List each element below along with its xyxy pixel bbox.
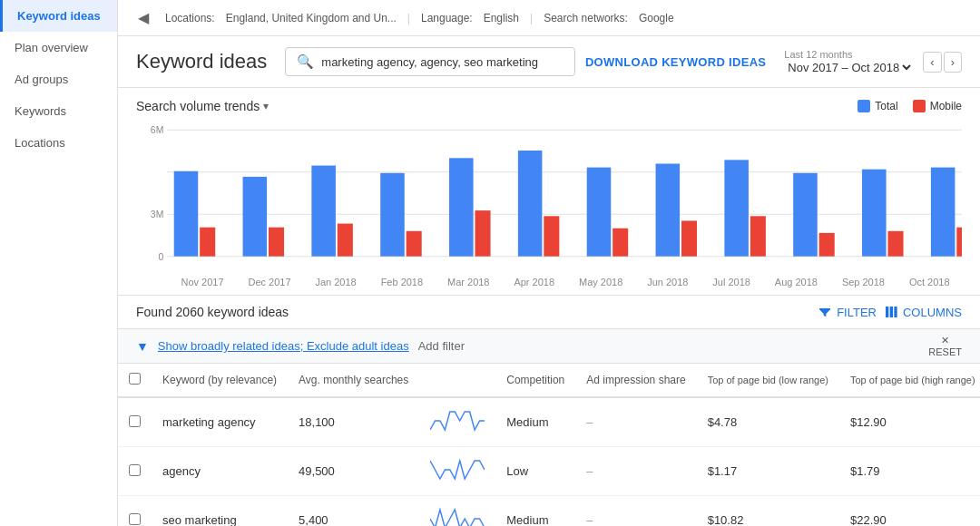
svg-rect-10	[269, 228, 284, 257]
x-axis-label: Sep 2018	[842, 277, 885, 287]
add-filter-link[interactable]: Add filter	[418, 339, 465, 353]
row-checkbox-cell[interactable]	[118, 496, 152, 527]
col-ad-impression: Ad impression share	[575, 364, 696, 397]
svg-rect-16	[475, 210, 490, 257]
filter-bar: ▼ Show broadly related ideas; Exclude ad…	[118, 329, 980, 364]
language-label: Language:	[421, 12, 473, 24]
col-keyword: Keyword (by relevance)	[152, 364, 288, 397]
svg-text:6M: 6M	[151, 124, 163, 135]
x-axis-labels: Nov 2017Dec 2017Jan 2018Feb 2018Mar 2018…	[136, 277, 962, 287]
x-axis-label: Oct 2018	[909, 277, 950, 287]
bid-high-cell: $12.90	[839, 397, 980, 447]
row-checkbox-cell[interactable]	[118, 447, 152, 496]
col-trend	[419, 364, 495, 397]
table-row: marketing agency 18,100 Medium – $4.78 $…	[118, 397, 980, 447]
bid-high-cell: $22.90	[839, 496, 980, 527]
legend-total-label: Total	[875, 100, 897, 112]
chart-title-toggle[interactable]: Search volume trends ▾	[136, 99, 269, 113]
search-box[interactable]: 🔍	[285, 47, 575, 76]
columns-icon	[884, 305, 898, 319]
results-bar: Found 2060 keyword ideas FILTER COLUMNS	[118, 296, 980, 329]
competition-cell: Medium	[495, 496, 575, 527]
locations-label: Locations:	[165, 12, 215, 24]
legend-mobile-label: Mobile	[930, 100, 962, 112]
bid-low-cell: $4.78	[697, 397, 839, 447]
chart-header: Search volume trends ▾ Total Mobile	[136, 99, 962, 113]
close-icon: ✕	[941, 335, 949, 346]
sidebar-item-ad-groups[interactable]: Ad groups	[0, 63, 117, 95]
bid-low-cell: $10.82	[697, 496, 839, 527]
svg-rect-13	[380, 173, 405, 257]
col-competition: Competition	[495, 364, 575, 397]
row-checkbox[interactable]	[129, 464, 141, 476]
avg-searches-cell: 49,500	[288, 447, 419, 496]
select-all-checkbox[interactable]	[118, 364, 152, 397]
date-nav: ‹ ›	[923, 52, 962, 73]
keyword-table-container: Keyword (by relevance) Avg. monthly sear…	[118, 364, 980, 526]
date-next-button[interactable]: ›	[944, 52, 962, 73]
legend-mobile-dot	[913, 100, 926, 112]
bar-chart: 6M 3M 0	[136, 121, 962, 266]
chart-container: 6M 3M 0	[136, 121, 962, 275]
collapse-sidebar-button[interactable]: ◀	[132, 7, 154, 28]
svg-rect-23	[724, 160, 749, 256]
filter-link[interactable]: Show broadly related ideas; Exclude adul…	[158, 339, 409, 353]
svg-rect-24	[750, 216, 766, 256]
svg-text:0: 0	[159, 250, 164, 261]
date-prev-button[interactable]: ‹	[923, 52, 941, 73]
x-axis-label: Mar 2018	[447, 277, 489, 287]
results-count: Found 2060 keyword ideas	[136, 305, 289, 319]
columns-button[interactable]: COLUMNS	[884, 305, 962, 319]
search-icon: 🔍	[297, 54, 314, 70]
x-axis-label: Jan 2018	[315, 277, 356, 287]
date-range-select[interactable]: Nov 2017 – Oct 2018	[784, 60, 914, 75]
svg-rect-29	[931, 168, 956, 257]
svg-rect-33	[894, 307, 897, 317]
chevron-down-icon: ▾	[263, 100, 269, 112]
ad-impression-cell: –	[575, 397, 696, 447]
trend-sparkline-cell	[419, 397, 495, 447]
date-range-value: Nov 2017 – Oct 2018	[784, 60, 914, 75]
page-title: Keyword ideas	[136, 50, 267, 73]
bid-high-cell: $1.79	[839, 447, 980, 496]
competition-cell: Medium	[495, 397, 575, 447]
filter-button[interactable]: FILTER	[818, 305, 877, 319]
row-checkbox-cell[interactable]	[118, 397, 152, 447]
page-header: Keyword ideas 🔍 DOWNLOAD KEYWORD IDEAS L…	[118, 36, 980, 88]
table-row: seo marketing 5,400 Medium – $10.82 $22.…	[118, 496, 980, 527]
download-keyword-ideas-button[interactable]: DOWNLOAD KEYWORD IDEAS	[585, 55, 766, 69]
svg-rect-18	[544, 216, 559, 256]
svg-rect-7	[174, 171, 199, 257]
filter-icon	[818, 305, 832, 319]
toolbar-buttons: FILTER COLUMNS	[818, 305, 962, 319]
svg-rect-27	[862, 170, 887, 257]
sidebar-item-locations[interactable]: Locations	[0, 127, 117, 159]
svg-rect-31	[886, 307, 888, 317]
row-checkbox[interactable]	[129, 415, 141, 427]
x-axis-label: Jul 2018	[712, 277, 750, 287]
trend-sparkline-cell	[419, 496, 495, 527]
sidebar: Keyword ideas Plan overview Ad groups Ke…	[0, 0, 118, 526]
competition-cell: Low	[495, 447, 575, 496]
svg-rect-30	[956, 228, 962, 257]
chart-section: Search volume trends ▾ Total Mobile	[118, 88, 980, 296]
svg-rect-28	[887, 231, 903, 257]
x-axis-label: Apr 2018	[514, 277, 554, 287]
search-input[interactable]	[321, 55, 564, 69]
sidebar-item-plan-overview[interactable]: Plan overview	[0, 32, 117, 63]
svg-rect-32	[890, 307, 893, 317]
reset-button[interactable]: ✕ RESET	[928, 335, 962, 357]
svg-text:3M: 3M	[151, 209, 163, 219]
svg-rect-20	[612, 229, 628, 257]
sidebar-item-keyword-ideas[interactable]: Keyword ideas	[0, 0, 117, 32]
date-range-selector: Last 12 months Nov 2017 – Oct 2018 ‹ ›	[784, 49, 962, 75]
svg-rect-12	[338, 224, 353, 257]
sparkline-chart	[430, 407, 485, 434]
row-checkbox[interactable]	[129, 513, 141, 525]
keyword-cell: seo marketing	[152, 496, 288, 527]
x-axis-label: Aug 2018	[775, 277, 818, 287]
sidebar-item-keywords[interactable]: Keywords	[0, 95, 117, 127]
col-avg-searches: Avg. monthly searches	[288, 364, 419, 397]
legend-mobile: Mobile	[913, 100, 962, 112]
svg-rect-8	[200, 228, 215, 257]
